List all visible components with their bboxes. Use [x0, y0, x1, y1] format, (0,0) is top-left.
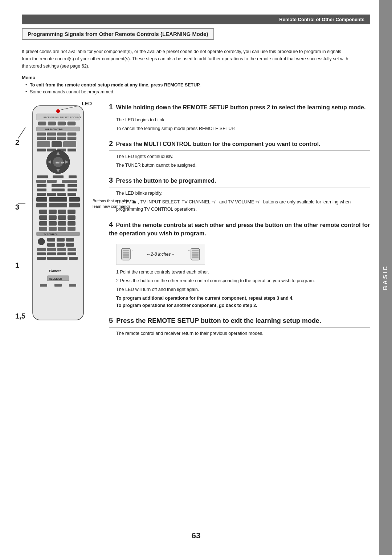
svg-rect-101 — [123, 252, 129, 254]
step-3-heading: 3 Press the button to be programmed. — [109, 175, 370, 187]
svg-text:Pioneer: Pioneer — [49, 269, 61, 273]
pointing-diagram: ←2-8 inches→ — [116, 244, 205, 265]
step-4-led-note: The LED will turn off and then light aga… — [116, 286, 370, 293]
svg-rect-102 — [123, 254, 129, 256]
svg-rect-60 — [49, 215, 57, 220]
svg-rect-75 — [57, 238, 65, 242]
svg-rect-7 — [58, 122, 66, 125]
step-4-block: 4 Point the remote controls at each othe… — [109, 219, 370, 309]
svg-rect-46 — [47, 193, 56, 196]
svg-rect-6 — [48, 122, 56, 125]
svg-rect-57 — [58, 210, 66, 214]
step-1-heading: 1 While holding down the REMOTE SETUP bu… — [109, 102, 370, 114]
svg-rect-42 — [37, 189, 46, 191]
svg-rect-21 — [63, 141, 76, 147]
svg-rect-35 — [69, 175, 77, 178]
svg-rect-77 — [47, 243, 55, 247]
svg-rect-69 — [58, 227, 66, 231]
svg-rect-84 — [37, 252, 46, 255]
main-content: LED 2 3 1 1,5 Buttons that are able to l… — [22, 102, 370, 344]
svg-rect-41 — [68, 184, 77, 187]
svg-rect-103 — [123, 256, 129, 258]
svg-rect-106 — [192, 250, 199, 251]
svg-rect-39 — [37, 184, 46, 187]
top-header: Remote Control of Other Components — [22, 15, 370, 24]
svg-rect-100 — [123, 250, 129, 251]
svg-rect-16 — [47, 137, 56, 140]
svg-rect-43 — [52, 189, 65, 191]
svg-rect-65 — [58, 221, 66, 226]
basic-sidebar: BASIC — [379, 0, 392, 555]
buttons-caption: Buttons that are able to learn new comma… — [93, 198, 136, 210]
svg-text:RECEIVER MULTI  P/SETUP  SOURC: RECEIVER MULTI P/SETUP SOURCE — [44, 116, 81, 118]
svg-rect-83 — [68, 248, 76, 251]
svg-rect-45 — [37, 193, 46, 196]
memo-list: To exit from the remote control setup mo… — [22, 82, 370, 96]
svg-rect-14 — [68, 133, 76, 135]
svg-rect-33 — [37, 175, 48, 178]
svg-rect-95 — [54, 284, 62, 287]
svg-rect-51 — [69, 197, 80, 202]
num2-label: 2 — [15, 138, 19, 147]
svg-rect-78 — [57, 243, 65, 247]
svg-rect-59 — [39, 215, 47, 220]
svg-rect-54 — [69, 203, 80, 207]
svg-rect-38 — [62, 180, 77, 183]
memo-item-1-text: To exit from the remote control setup mo… — [30, 82, 200, 88]
memo-item-2-text: Some commands cannot be programmed. — [30, 89, 114, 94]
svg-point-1 — [56, 109, 60, 113]
step-4-bold-1: To program additional operations for the… — [116, 295, 370, 302]
svg-rect-96 — [69, 284, 76, 287]
memo-section: Memo To exit from the remote control set… — [22, 75, 370, 96]
svg-rect-52 — [36, 203, 47, 207]
svg-rect-34 — [53, 175, 64, 178]
svg-rect-40 — [52, 184, 65, 187]
basic-label: BASIC — [382, 265, 389, 290]
remote-svg: RECEIVER MULTI P/SETUP SOURCE MULTI CONT… — [25, 102, 91, 327]
num3-label: 3 — [15, 203, 19, 211]
svg-rect-70 — [68, 227, 75, 231]
remote-svg-container: LED 2 3 1 1,5 Buttons that are able to l… — [25, 102, 98, 328]
svg-rect-82 — [57, 248, 66, 251]
intro-text: If preset codes are not available for yo… — [22, 48, 348, 70]
svg-line-97 — [18, 127, 25, 138]
svg-rect-64 — [49, 221, 57, 226]
step-4-heading: 4 Point the remote controls at each othe… — [109, 219, 370, 240]
svg-rect-63 — [39, 221, 47, 226]
svg-rect-37 — [47, 180, 57, 183]
svg-rect-58 — [68, 210, 75, 214]
svg-rect-20 — [52, 141, 62, 147]
svg-rect-108 — [192, 254, 199, 256]
svg-rect-11 — [37, 133, 46, 135]
memo-title: Memo — [22, 75, 370, 80]
svg-rect-25 — [68, 149, 76, 151]
svg-rect-56 — [49, 210, 57, 214]
step-2-heading: 2 Press the MULTI CONTROL button for the… — [109, 139, 370, 151]
svg-text:TV CONTROL: TV CONTROL — [44, 233, 58, 235]
svg-rect-76 — [66, 238, 74, 242]
svg-rect-50 — [49, 197, 67, 202]
diagram-arrow: ←2-8 inches→ — [146, 252, 175, 257]
steps-area: 1 While holding down the REMOTE SETUP bu… — [109, 102, 370, 344]
svg-rect-62 — [68, 215, 75, 220]
svg-rect-90 — [69, 257, 78, 260]
svg-rect-88 — [37, 257, 46, 260]
svg-rect-55 — [39, 210, 47, 214]
step-1-body: The LED begins to blink. To cancel the l… — [116, 116, 370, 132]
svg-rect-74 — [47, 238, 55, 242]
header-label: Remote Control of Other Components — [279, 17, 364, 22]
svg-rect-44 — [68, 189, 77, 191]
step-4-note-2: 2 Press the button on the other remote c… — [116, 277, 370, 284]
svg-rect-47 — [57, 193, 66, 196]
svg-point-73 — [38, 238, 45, 245]
svg-rect-107 — [192, 252, 199, 254]
svg-rect-79 — [66, 243, 74, 247]
svg-rect-12 — [47, 133, 56, 135]
svg-text:RECEIVER: RECEIVER — [49, 278, 62, 280]
svg-rect-8 — [68, 122, 75, 125]
svg-rect-36 — [36, 180, 46, 183]
led-label: LED — [82, 101, 92, 106]
svg-rect-61 — [58, 215, 66, 220]
svg-rect-68 — [49, 227, 57, 231]
step-1-block: 1 While holding down the REMOTE SETUP bu… — [109, 102, 370, 132]
